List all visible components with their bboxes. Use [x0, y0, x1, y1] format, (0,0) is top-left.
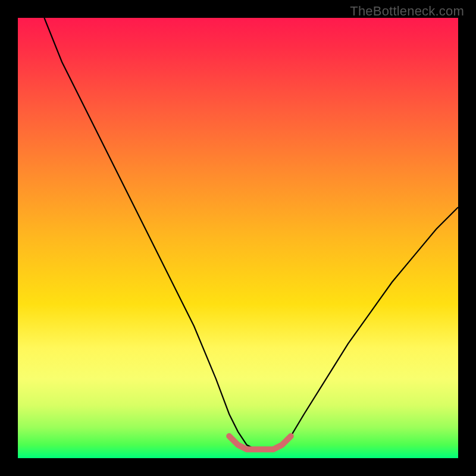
- chart-frame: TheBottleneck.com: [0, 0, 476, 476]
- watermark-label: TheBottleneck.com: [350, 4, 464, 19]
- highlight-floor-path: [229, 436, 291, 449]
- plot-area: [18, 18, 458, 458]
- bottleneck-curve-path: [44, 18, 458, 449]
- curve-layer: [18, 18, 458, 458]
